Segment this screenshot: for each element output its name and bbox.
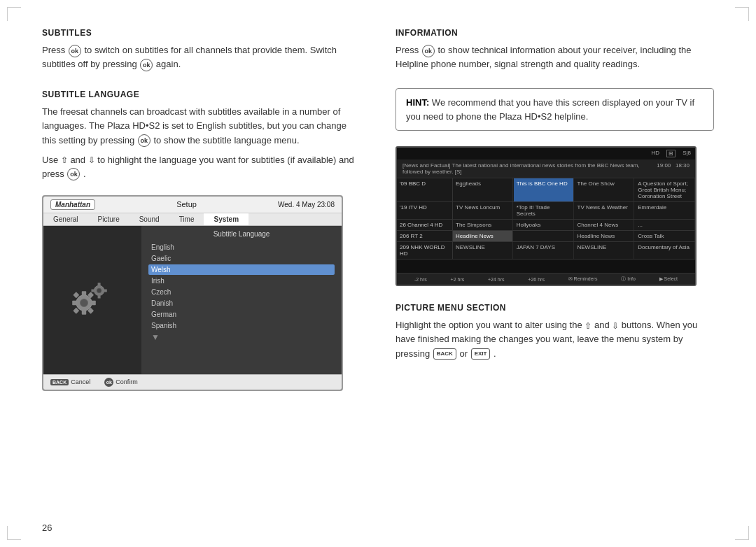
- down-arrow-icon: ⇩: [88, 154, 95, 167]
- corner-mark-bl: [7, 526, 21, 540]
- exit-button-icon: EXIT: [471, 348, 491, 360]
- setup-date: Wed. 4 May 23:08: [278, 201, 335, 208]
- tv-prog-5-4: Documentary of Asia: [635, 242, 695, 259]
- language-german[interactable]: German: [148, 309, 335, 320]
- footer-confirm: ok Confirm: [104, 378, 138, 387]
- tv-prog-4-3: Headline News: [575, 231, 635, 241]
- up-arrow-icon: ⇧: [61, 154, 68, 167]
- back-icon: BACK: [50, 379, 69, 385]
- tv-channel-3: 26 Channel 4 HD: [397, 220, 453, 230]
- down-arrow-icon-2: ⇩: [612, 320, 619, 333]
- tv-channel-5: 209 NHK WORLD HD: [397, 242, 453, 259]
- picture-menu-body: Highlight the option you want to alter u…: [396, 318, 714, 360]
- picture-menu-title: PICTURE MENU SECTION: [396, 303, 714, 313]
- up-arrow-icon-2: ⇧: [584, 320, 592, 333]
- tv-channel-4: 206 RT 2: [397, 231, 453, 241]
- tv-prog-1-3: The One Show: [575, 178, 635, 201]
- nav-sound[interactable]: Sound: [130, 213, 169, 225]
- tv-prog-1-2: This is BBC One HD: [514, 178, 574, 201]
- nav-system[interactable]: System: [204, 213, 248, 225]
- setup-nav: General Picture Sound Time System: [43, 213, 342, 226]
- tv-programs-2: TV News Loncum *Top It! Trade Secrets TV…: [453, 202, 695, 219]
- tv-prog-4-4: Cross Talk: [635, 231, 695, 241]
- corner-mark-tl: [7, 7, 21, 21]
- tv-screen: HD ⊞ S|8 [News and Factual] The latest n…: [396, 146, 696, 286]
- svg-rect-5: [72, 301, 76, 305]
- manhattan-logo: Manhattan: [50, 199, 95, 210]
- tv-prog-3-1: The Simpsons: [453, 220, 513, 230]
- footer-cancel: BACK Cancel: [50, 378, 90, 387]
- subtitle-language-panel-title: Subtitle Language: [148, 230, 335, 238]
- tv-info-bar: [News and Factual] The latest national a…: [397, 159, 695, 178]
- language-danish[interactable]: Danish: [148, 298, 335, 308]
- tv-guide-grid: '09 BBC D Eggheads This is BBC One HD Th…: [397, 178, 695, 260]
- nav-picture[interactable]: Picture: [88, 213, 130, 225]
- language-welsh[interactable]: Welsh: [148, 264, 335, 275]
- language-list: English Gaelic Welsh Irish Czech Danish …: [148, 242, 335, 331]
- tv-info-line1: [News and Factual] The latest national a…: [402, 162, 690, 175]
- scroll-down-arrow: ▼: [148, 332, 335, 342]
- tv-row-1: '09 BBC D Eggheads This is BBC One HD Th…: [397, 178, 695, 202]
- svg-rect-3: [82, 311, 86, 315]
- hint-label: HINT:: [406, 97, 429, 108]
- tv-bottom-bar: -2 hrs +2 hrs +24 hrs +26 hrs ✉ Reminder…: [397, 273, 695, 285]
- tv-row-5: 209 NHK WORLD HD NEWSLINE JAPAN 7 DAYS N…: [397, 242, 695, 260]
- tv-icon-grid: ⊞: [666, 150, 676, 157]
- gear-icon: [64, 275, 120, 331]
- svg-rect-12: [98, 283, 101, 286]
- subtitles-body: Press ok to switch on subtitles for all …: [42, 43, 360, 71]
- tv-prog-2-3: TV News & Weather: [575, 202, 635, 219]
- tv-prog-5-3: NEWSLINE: [575, 242, 635, 259]
- subtitle-language-body: The freesat channels can broadcast with …: [42, 105, 360, 147]
- tv-programs-1: Eggheads This is BBC One HD The One Show…: [453, 178, 695, 201]
- language-english[interactable]: English: [148, 242, 335, 253]
- tv-row-4: 206 RT 2 Headline News Headline News Cro…: [397, 231, 695, 242]
- language-gaelic[interactable]: Gaelic: [148, 253, 335, 264]
- nav-time[interactable]: Time: [169, 213, 204, 225]
- tv-channel-2: '19 ITV HD: [397, 202, 453, 219]
- tv-top-bar: HD ⊞ S|8: [397, 148, 695, 159]
- tv-channel-1: '09 BBC D: [397, 178, 453, 201]
- subtitle-language-instruction: Use ⇧ and ⇩ to highlight the language yo…: [42, 153, 360, 181]
- tv-prog-4-1: Headline News: [453, 231, 513, 241]
- tv-prog-1-4: A Question of Sport; Great British Menu;…: [635, 178, 695, 201]
- ok-button-icon-1: ok: [69, 45, 81, 57]
- page-number: 26: [42, 523, 52, 533]
- tv-prog-2-1: TV News Loncum: [453, 202, 513, 219]
- language-irish[interactable]: Irish: [148, 276, 335, 286]
- corner-mark-tr: [735, 7, 749, 21]
- tv-row-2: '19 ITV HD TV News Loncum *Top It! Trade…: [397, 202, 695, 220]
- tv-prog-5-1: NEWSLINE: [453, 242, 513, 259]
- tv-programs-3: The Simpsons Hollyoaks Channel 4 News ..…: [453, 220, 695, 230]
- ok-button-icon-2: ok: [140, 59, 153, 71]
- right-column: INFORMATION Press ok to show technical i…: [396, 21, 714, 526]
- tv-prog-1-1: Eggheads: [453, 178, 513, 201]
- tv-time-p26: +26 hrs: [528, 276, 545, 283]
- nav-general[interactable]: General: [43, 213, 88, 225]
- language-spanish[interactable]: Spanish: [148, 320, 335, 331]
- svg-rect-4: [91, 301, 95, 305]
- tv-prog-3-4: ...: [635, 220, 695, 230]
- tv-info-text: [News and Factual] The latest national a…: [402, 162, 650, 175]
- tv-time-m2: -2 hrs: [414, 276, 427, 283]
- tv-icon-s: S|8: [682, 150, 691, 157]
- tv-prog-2-2: *Top It! Trade Secrets: [514, 202, 574, 219]
- tv-programs-4: Headline News Headline News Cross Talk: [453, 231, 695, 241]
- left-column: SUBTITLES Press ok to switch on subtitle…: [42, 21, 360, 526]
- tv-info-times: 19:00 18:30: [657, 162, 690, 175]
- setup-content: Subtitle Language English Gaelic Welsh I…: [43, 226, 342, 381]
- ok-button-icon-5: ok: [422, 45, 435, 57]
- information-title: INFORMATION: [396, 28, 714, 38]
- tv-select: ▶ Select: [659, 276, 678, 283]
- svg-rect-15: [91, 290, 94, 292]
- corner-mark-br: [735, 526, 749, 540]
- subtitles-title: SUBTITLES: [42, 28, 360, 38]
- ok-icon-small: ok: [104, 378, 113, 387]
- svg-rect-2: [82, 292, 86, 296]
- language-czech[interactable]: Czech: [148, 287, 335, 297]
- back-button-icon: BACK: [433, 348, 456, 360]
- setup-footer: BACK Cancel ok Confirm: [43, 374, 342, 390]
- tv-prog-3-2: Hollyoaks: [514, 220, 574, 230]
- hint-text: We recommend that you have this screen d…: [406, 97, 694, 122]
- tv-prog-2-4: Emmerdale: [635, 202, 695, 219]
